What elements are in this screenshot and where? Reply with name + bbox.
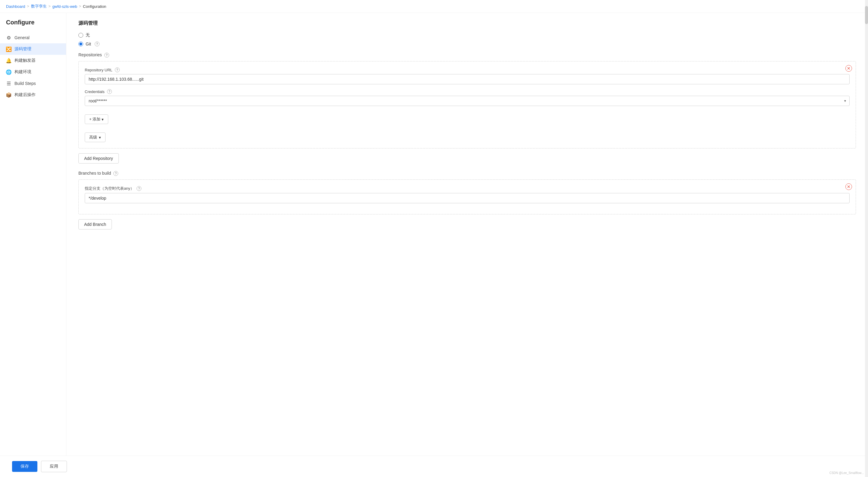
repositories-help-icon[interactable]: ? [104,53,109,58]
sidebar-item-source[interactable]: 🔀 源码管理 [0,43,66,55]
repository-card: ✕ Repository URL ? Credentials ? root/**… [79,61,856,148]
repo-url-input[interactable] [85,74,849,84]
breadcrumb-sep-1: > [27,4,29,8]
git-help-icon[interactable]: ? [95,41,99,46]
breadcrumb-repo[interactable]: gwfd-szls-web [53,4,77,9]
credentials-field: Credentials ? root/****** ▾ [85,89,849,106]
save-button[interactable]: 保存 [12,461,37,472]
credentials-select[interactable]: root/****** [85,96,849,106]
dropdown-arrow-icon: ▾ [102,117,104,122]
post-build-icon: 📦 [6,92,11,98]
breadcrumb-project[interactable]: 数字孪生 [31,4,47,9]
sidebar-item-general[interactable]: ⚙ General [0,32,66,43]
credentials-label: Credentials ? [85,89,849,94]
sidebar-item-build-steps[interactable]: ☰ Build Steps [0,78,66,89]
advanced-label: 高级 [89,135,97,140]
branches-help-icon[interactable]: ? [113,171,118,176]
branch-card: ✕ 指定分支（为空时代表any） ? [79,179,856,214]
breadcrumb-sep-3: > [79,4,81,8]
radio-none-label: 无 [86,33,90,38]
sidebar-label-trigger: 构建触发器 [14,58,36,63]
repo-url-field: Repository URL ? [85,67,849,84]
gear-icon: ⚙ [6,35,11,40]
credentials-help-icon[interactable]: ? [107,89,112,94]
build-steps-icon: ☰ [6,81,11,86]
radio-git-input[interactable] [79,41,83,46]
sidebar-label-build-steps: Build Steps [14,81,36,86]
repo-url-help-icon[interactable]: ? [115,67,120,72]
sidebar: Configure ⚙ General 🔀 源码管理 🔔 构建触发器 🌐 构建环… [0,13,66,455]
breadcrumb-sep-2: > [49,4,51,8]
watermark: CSDN @Lee_Smallflow... [829,471,864,475]
sidebar-item-env[interactable]: 🌐 构建环境 [0,66,66,78]
trigger-icon: 🔔 [6,58,11,63]
add-credentials-label: + 添加 [89,116,100,122]
sidebar-item-post-build[interactable]: 📦 构建后操作 [0,89,66,101]
sidebar-label-general: General [14,35,30,40]
scm-radio-group: 无 Git ? [79,33,856,46]
sidebar-label-post-build: 构建后操作 [14,92,36,98]
remove-repository-button[interactable]: ✕ [845,65,852,72]
add-credentials-button[interactable]: + 添加 ▾ [85,114,108,124]
credentials-select-wrapper: root/****** ▾ [85,96,849,106]
source-icon: 🔀 [6,46,11,52]
remove-branch-button[interactable]: ✕ [845,183,852,190]
sidebar-label-source: 源码管理 [14,46,31,52]
sidebar-item-trigger[interactable]: 🔔 构建触发器 [0,55,66,66]
scrollbar-thumb[interactable] [865,6,868,24]
radio-none[interactable]: 无 [79,33,856,38]
main-content: 源码管理 无 Git ? Repositories ? ✕ Repos [66,13,868,455]
breadcrumb: Dashboard > 数字孪生 > gwfd-szls-web > Confi… [0,0,868,13]
branch-spec-input[interactable] [85,193,849,203]
sidebar-label-env: 构建环境 [14,69,31,75]
add-branch-label: Add Branch [84,222,106,227]
add-branch-button[interactable]: Add Branch [79,219,112,230]
scrollbar-track[interactable] [865,0,868,477]
section-title: 源码管理 [79,20,856,27]
advanced-toggle-button[interactable]: 高级 ▾ [85,133,105,142]
branch-spec-label: 指定分支（为空时代表any） ? [85,186,849,191]
branch-spec-help-icon[interactable]: ? [136,186,142,191]
breadcrumb-config: Configuration [83,4,106,9]
repositories-label: Repositories ? [79,53,856,58]
env-icon: 🌐 [6,69,11,75]
branch-spec-field: 指定分支（为空时代表any） ? [85,186,849,203]
add-repository-button[interactable]: Add Repository [79,153,119,164]
chevron-down-icon: ▾ [99,135,101,140]
breadcrumb-dashboard[interactable]: Dashboard [6,4,25,9]
branches-label: Branches to build ? [79,171,856,176]
radio-git[interactable]: Git ? [79,41,856,46]
sidebar-title: Configure [0,19,66,32]
footer: 保存 应用 [0,455,868,477]
radio-none-input[interactable] [79,33,83,38]
apply-button[interactable]: 应用 [41,461,67,472]
radio-git-label: Git [86,41,91,46]
repo-url-label: Repository URL ? [85,67,849,72]
add-repository-label: Add Repository [84,156,113,161]
